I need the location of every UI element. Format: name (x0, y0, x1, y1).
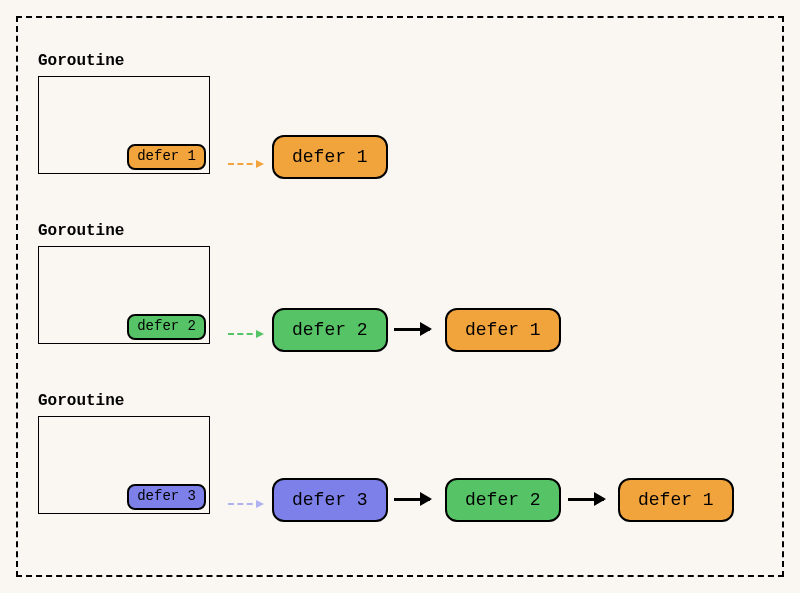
defer-inner-1: defer 1 (127, 144, 206, 170)
defer-node-3-3: defer 1 (618, 478, 734, 522)
arrow-icon (568, 498, 604, 501)
defer-node-3-2: defer 2 (445, 478, 561, 522)
goroutine-box: defer 2 (38, 246, 210, 344)
goroutine-label: Goroutine (38, 222, 210, 240)
dashed-arrow-purple (228, 503, 262, 505)
defer-node-1-1: defer 1 (272, 135, 388, 179)
defer-inner-3: defer 3 (127, 484, 206, 510)
goroutine-row-2: Goroutine defer 2 (38, 222, 210, 344)
arrow-icon (394, 498, 430, 501)
dashed-arrow-orange (228, 163, 262, 165)
defer-node-2-1: defer 2 (272, 308, 388, 352)
defer-inner-2: defer 2 (127, 314, 206, 340)
defer-node-3-1: defer 3 (272, 478, 388, 522)
arrow-icon (394, 328, 430, 331)
goroutine-box: defer 3 (38, 416, 210, 514)
goroutine-label: Goroutine (38, 52, 210, 70)
defer-node-2-2: defer 1 (445, 308, 561, 352)
goroutine-row-1: Goroutine defer 1 (38, 52, 210, 174)
goroutine-box: defer 1 (38, 76, 210, 174)
goroutine-label: Goroutine (38, 392, 210, 410)
dashed-arrow-green (228, 333, 262, 335)
goroutine-row-3: Goroutine defer 3 (38, 392, 210, 514)
